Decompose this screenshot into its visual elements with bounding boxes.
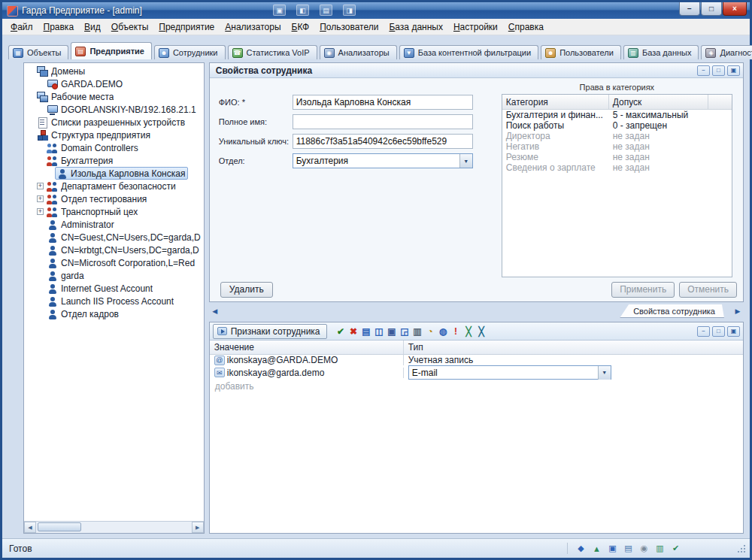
menu-item[interactable]: Справка: [503, 20, 549, 35]
menu-item[interactable]: Правка: [38, 20, 80, 35]
tree-item[interactable]: Launch IIS Process Account: [24, 295, 204, 307]
print-icon[interactable]: ▥: [411, 325, 424, 338]
scroll-right-button[interactable]: ▶: [192, 522, 204, 533]
tree-item[interactable]: Internet Guest Account: [24, 282, 204, 295]
rights-row[interactable]: Сведения о зарплатене задан: [502, 162, 732, 173]
scroll-left-button[interactable]: ◀: [24, 522, 36, 533]
tree-item[interactable]: Domain Controllers: [24, 141, 204, 154]
attributes-column-value[interactable]: Значение: [210, 341, 404, 354]
panel-tabs-scroll-left-icon[interactable]: ◀: [209, 307, 221, 315]
full-name-input[interactable]: [293, 114, 473, 129]
tree-item[interactable]: garda: [24, 269, 204, 282]
fio-input[interactable]: [293, 95, 473, 110]
scrollbar-track[interactable]: [36, 522, 192, 533]
tree-item[interactable]: Рабочие места: [24, 90, 204, 103]
tree-item[interactable]: Бухгалтерия: [24, 154, 204, 167]
title-bar[interactable]: Гарда Предприятие - [admin] ▣◧▤◨ − □ ×: [2, 2, 750, 19]
report-status-icon[interactable]: ▤: [623, 543, 634, 554]
tree-expand-toggle[interactable]: +: [37, 208, 44, 215]
menu-item[interactable]: База данных: [384, 20, 447, 35]
tree-item[interactable]: +Департамент безопасности: [24, 180, 204, 192]
tab-enterprise[interactable]: Предприятие: [71, 42, 152, 59]
add-attribute-link[interactable]: добавить: [210, 380, 743, 393]
resize-grip[interactable]: [735, 543, 745, 553]
titlebar-icon[interactable]: ▣: [273, 5, 286, 16]
attribute-type-combobox[interactable]: E-mail▼: [408, 365, 611, 380]
chevron-down-icon[interactable]: ▼: [459, 154, 472, 168]
close-button[interactable]: ×: [723, 2, 747, 16]
tab-voip[interactable]: Статистика VoIP: [228, 45, 317, 59]
unique-key-input[interactable]: [293, 134, 473, 149]
menu-item[interactable]: Пользователи: [314, 20, 384, 35]
storage-status-icon[interactable]: ▣: [607, 543, 618, 554]
tree-item[interactable]: CN=Guest,CN=Users,DC=garda,D: [24, 231, 204, 244]
minimize-button[interactable]: −: [679, 2, 700, 16]
save-icon[interactable]: ▣: [386, 325, 399, 338]
tree-item[interactable]: Administrator: [24, 218, 204, 231]
export-table-icon[interactable]: ╳: [462, 325, 475, 338]
cancel-icon[interactable]: ✖: [347, 325, 360, 338]
menu-item[interactable]: Файл: [5, 20, 38, 35]
rights-row[interactable]: Резюмене задан: [502, 152, 732, 162]
maximize-panel-button[interactable]: □: [712, 65, 725, 76]
maximize-panel-button[interactable]: □: [712, 326, 725, 337]
tree-item[interactable]: +Отдел тестирования: [24, 192, 204, 205]
alert-icon[interactable]: !: [450, 325, 462, 338]
accept-icon[interactable]: ✔: [335, 325, 347, 338]
rights-row[interactable]: Поиск работы0 - запрещен: [502, 120, 732, 131]
database-ok-icon[interactable]: ✔: [670, 543, 681, 554]
web-icon[interactable]: ◍: [437, 325, 450, 338]
database-status-icon[interactable]: ▥: [654, 543, 666, 554]
tab-analyzers[interactable]: Анализаторы: [320, 45, 397, 59]
tree-item[interactable]: CN=krbtgt,CN=Users,DC=garda,D: [24, 244, 204, 256]
scrollbar-thumb[interactable]: [38, 522, 81, 531]
attribute-row[interactable]: ✉ikonskaya@garda.demoE-mail▼: [210, 365, 743, 380]
menu-item[interactable]: Вид: [79, 20, 106, 35]
menu-item[interactable]: Анализаторы: [220, 20, 286, 35]
tab-users[interactable]: Пользователи: [541, 45, 621, 59]
connection-status-icon[interactable]: ◆: [575, 543, 587, 554]
tree-item[interactable]: Структура предприятия: [24, 129, 204, 141]
titlebar-icon[interactable]: ◧: [296, 5, 309, 16]
collapse-panel-button[interactable]: −: [697, 326, 710, 337]
menu-item[interactable]: Предприятие: [153, 20, 220, 35]
properties-bottom-tab[interactable]: Свойства сотрудника: [620, 304, 724, 318]
tree-item[interactable]: CN=Microsoft Corporation,L=Red: [24, 256, 204, 269]
chevron-down-icon[interactable]: ▼: [598, 366, 611, 380]
menu-item[interactable]: Объекты: [106, 20, 154, 35]
tree-item[interactable]: +Транспортный цех: [24, 205, 204, 218]
menu-item[interactable]: Настройки: [448, 20, 503, 35]
copy-value-icon[interactable]: ◫: [373, 325, 386, 338]
rights-column-access[interactable]: Допуск: [609, 95, 708, 109]
tree-item[interactable]: Домены: [24, 65, 204, 77]
collapse-panel-button[interactable]: −: [697, 65, 710, 76]
apply-button[interactable]: Применить: [611, 282, 675, 298]
tab-content-filter[interactable]: База контентной фильтрации: [399, 45, 538, 59]
delete-button[interactable]: Удалить: [220, 282, 273, 298]
capture-status-icon[interactable]: ▲: [591, 543, 602, 554]
tab-diagnostics[interactable]: Диагностика: [701, 45, 752, 59]
tree-item[interactable]: Изольда Карловна Конская: [24, 167, 204, 180]
import-table-icon[interactable]: ╳: [475, 325, 488, 338]
cancel-button[interactable]: Отменить: [679, 282, 737, 298]
tab-database[interactable]: База данных: [623, 45, 699, 59]
tab-employees[interactable]: Сотрудники: [154, 45, 226, 59]
titlebar-icon[interactable]: ◨: [343, 5, 356, 16]
search-status-icon[interactable]: ◉: [638, 543, 650, 554]
tree-item[interactable]: Отдел кадров: [24, 307, 204, 320]
maximize-button[interactable]: □: [701, 2, 722, 16]
rights-row[interactable]: Директоране задан: [502, 131, 732, 141]
new-value-icon[interactable]: ▤: [360, 325, 373, 338]
tree-item[interactable]: GARDA.DEMO: [24, 77, 204, 90]
panel-tabs-scroll-right-icon[interactable]: ▶: [732, 307, 744, 315]
rights-row[interactable]: Бухгалтерия и финан...5 - максимальный: [502, 110, 732, 120]
tree-horizontal-scrollbar[interactable]: ◀ ▶: [24, 521, 204, 533]
attributes-column-type[interactable]: Тип: [404, 342, 743, 353]
preview-icon[interactable]: ◲: [399, 325, 411, 338]
tree-item[interactable]: Списки разрешенных устройств: [24, 116, 204, 129]
tree-expand-toggle[interactable]: +: [37, 183, 44, 189]
history-icon[interactable]: ◔: [424, 325, 437, 338]
tab-objects[interactable]: Объекты: [8, 45, 68, 59]
tree-expand-toggle[interactable]: +: [37, 195, 44, 202]
menu-item[interactable]: БКФ: [287, 20, 315, 35]
